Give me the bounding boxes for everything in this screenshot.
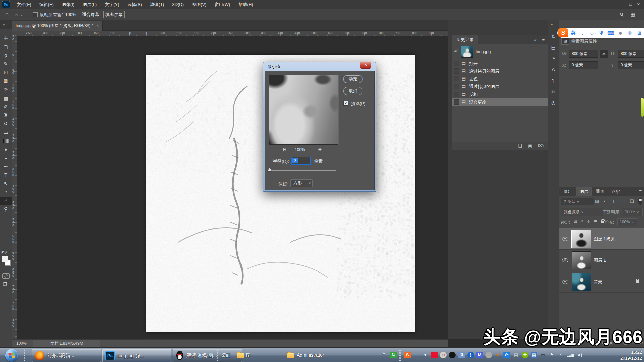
history-state-checkbox[interactable] bbox=[454, 76, 459, 81]
workspace-switcher-icon[interactable]: ▦ bbox=[631, 12, 635, 17]
horizontal-ruler[interactable]: 3503002502001501005005010015020025030035… bbox=[12, 31, 448, 37]
home-icon[interactable]: ⌂ bbox=[5, 11, 9, 17]
history-tab[interactable]: 历史记录 bbox=[452, 35, 478, 44]
eraser-tool[interactable]: ▭ bbox=[0, 128, 12, 136]
sogou-keyboard-icon[interactable]: ⌨ bbox=[606, 30, 615, 36]
history-state-去色[interactable]: ▤去色 bbox=[452, 75, 548, 82]
filter-shape-layers-icon[interactable]: ▢ bbox=[621, 199, 625, 204]
eyedropper-tool[interactable]: ✑ bbox=[0, 85, 12, 94]
history-state-checkbox[interactable] bbox=[454, 84, 459, 89]
taskbar-button-firefox[interactable]: 刘亦菲高清... bbox=[32, 349, 101, 362]
height-field[interactable]: 800 像素 bbox=[618, 50, 644, 58]
zoom-100-button[interactable]: 100% bbox=[63, 11, 78, 18]
move-tool[interactable]: ✛ bbox=[0, 34, 12, 42]
restore-windows-icon[interactable]: ❐ bbox=[413, 351, 420, 359]
admin-folder-icon[interactable] bbox=[287, 353, 294, 358]
menu-item-视图(V)[interactable]: 视图(V) bbox=[188, 0, 210, 9]
marquee-tool[interactable]: ▢ bbox=[0, 43, 12, 51]
thunder-icon[interactable]: ⟳ bbox=[503, 351, 511, 359]
history-state-checkbox[interactable] bbox=[454, 61, 459, 66]
filter-preview-image[interactable] bbox=[269, 75, 338, 145]
close-button[interactable]: ✕ bbox=[637, 2, 640, 7]
clone-stamp-tool[interactable]: ♜ bbox=[0, 111, 12, 119]
start-button[interactable] bbox=[5, 349, 18, 362]
desktop-toolbar-label[interactable]: 桌面 bbox=[221, 352, 231, 358]
quick-mask-button[interactable] bbox=[2, 273, 10, 279]
gradient-tool[interactable] bbox=[0, 137, 12, 145]
intel-icon[interactable]: ▦ bbox=[530, 351, 538, 359]
history-state-通过拷贝的图层[interactable]: ▤通过拷贝的图层 bbox=[452, 67, 548, 75]
tab-路径[interactable]: 路径 bbox=[608, 187, 624, 196]
preserve-select[interactable]: 方形∨ bbox=[290, 179, 313, 187]
menu-item-编辑(E)[interactable]: 编辑(E) bbox=[35, 0, 58, 9]
new-document-from-state-icon[interactable]: ❏ bbox=[518, 143, 522, 148]
cancel-button[interactable]: 取消 bbox=[343, 87, 362, 95]
current-tool-icon[interactable]: ☝⌄ bbox=[15, 11, 27, 18]
bluetooth-icon[interactable]: ᛒ bbox=[467, 351, 474, 359]
menu-item-文件(F)[interactable]: 文件(F) bbox=[13, 0, 35, 9]
y-field[interactable]: 0 像素 bbox=[618, 61, 644, 69]
clip-panel-icon[interactable]: ✄ bbox=[548, 89, 559, 94]
printer-icon[interactable]: ▤ bbox=[512, 351, 520, 359]
menu-item-滤镜(T)[interactable]: 滤镜(T) bbox=[146, 0, 168, 9]
expand-panels-icon[interactable]: « bbox=[551, 22, 553, 27]
filter-pixel-layers-icon[interactable]: ▨ bbox=[595, 199, 599, 204]
menu-item-选择(S)[interactable]: 选择(S) bbox=[123, 0, 146, 9]
lock-artboard-icon[interactable]: ⬒ bbox=[594, 219, 597, 224]
filter-adjustment-layers-icon[interactable]: ◐ bbox=[604, 199, 606, 204]
history-brush-source-icon[interactable]: ✐ bbox=[454, 49, 458, 54]
history-snapshot-row[interactable]: ✐ timg.jpg bbox=[452, 45, 548, 59]
preview-zoom-out-icon[interactable]: ⊖ bbox=[282, 147, 286, 152]
layer-thumbnail[interactable] bbox=[572, 273, 591, 291]
history-state-反相[interactable]: ▤反相 bbox=[452, 90, 548, 98]
lock-all-icon[interactable] bbox=[601, 221, 604, 223]
libraries-folder-icon[interactable] bbox=[237, 353, 244, 358]
document-tab[interactable]: timg.jpg @ 100% (图层 1 拷贝, RGB/8#) * × bbox=[12, 21, 103, 31]
width-field[interactable]: 800 像素 bbox=[569, 50, 598, 58]
power-plug-icon[interactable]: ⚡ bbox=[557, 351, 565, 359]
layer-filter-type-select[interactable]: ⚲ 类型∨ bbox=[561, 198, 594, 205]
volume-icon[interactable]: ◄) bbox=[576, 351, 583, 359]
layer-row-图层 1拷贝[interactable]: 图层 1拷贝 bbox=[559, 228, 644, 250]
tab-overflow-icon[interactable]: » bbox=[3, 22, 5, 27]
pen-tool[interactable]: ✒ bbox=[0, 163, 12, 171]
gray-ball-icon[interactable] bbox=[485, 351, 492, 359]
red-cylinder-icon[interactable] bbox=[431, 351, 438, 359]
menu-item-3D(D)[interactable]: 3D(D) bbox=[168, 0, 188, 9]
scrollbar-thumb[interactable] bbox=[641, 98, 644, 117]
minimize-button[interactable]: ─ bbox=[622, 3, 624, 7]
history-brush-tool[interactable]: ↺ bbox=[0, 120, 12, 128]
history-state-通过拷贝的图层[interactable]: ▤通过拷贝的图层 bbox=[452, 82, 548, 90]
filter-smart-objects-icon[interactable]: ❏ bbox=[630, 199, 634, 204]
layer-row-图层 1[interactable]: 图层 1 bbox=[559, 249, 644, 271]
lasso-tool[interactable]: ϙ bbox=[0, 51, 12, 59]
menu-item-文字(Y)[interactable]: 文字(Y) bbox=[101, 0, 123, 9]
lock-pixels-icon[interactable]: ✐ bbox=[580, 219, 584, 224]
preview-checkbox[interactable]: ✓ bbox=[343, 101, 348, 106]
blend-mode-select[interactable]: 颜色减淡∨ bbox=[561, 208, 603, 216]
brushes-panel-icon[interactable]: ✑ bbox=[548, 56, 559, 61]
screen-mode-button[interactable]: ❐ bbox=[3, 282, 7, 287]
menu-item-图层(L)[interactable]: 图层(L) bbox=[78, 0, 101, 9]
libraries-label[interactable]: 库 bbox=[246, 352, 250, 358]
link-dimensions-icon[interactable]: ∞ bbox=[600, 50, 608, 58]
sogou-toolbox-icon[interactable]: ⊞ bbox=[635, 30, 644, 36]
delete-state-icon[interactable]: ⌦ bbox=[538, 143, 544, 148]
sogou-skin-icon[interactable]: ✜ bbox=[625, 30, 635, 36]
maximize-button[interactable]: ❐ bbox=[629, 2, 632, 7]
taskbar-button-qq[interactable]: 雁潭·湘枫·幽... bbox=[173, 349, 242, 362]
menu-item-窗口(W)[interactable]: 窗口(W) bbox=[210, 0, 234, 9]
taskbar-clock[interactable]: 16:22 2019/12/12 bbox=[620, 349, 642, 361]
foreground-color-swatch[interactable] bbox=[2, 256, 8, 262]
layer-filter-toggle[interactable] bbox=[638, 198, 642, 205]
sogou-lang[interactable]: 英 bbox=[568, 30, 578, 36]
lock-position-icon[interactable]: ✛ bbox=[587, 219, 590, 224]
network-signal-icon[interactable]: ▂▄▆ bbox=[567, 351, 574, 359]
tray-arrow-icon[interactable]: ▾ bbox=[422, 351, 429, 359]
monitor-icon[interactable]: ▭ bbox=[539, 351, 547, 359]
panel-menu-icon[interactable]: ≡ bbox=[542, 37, 545, 42]
fill-screen-button[interactable]: 填充屏幕 bbox=[103, 11, 125, 18]
green-plus-icon[interactable]: ✚ bbox=[521, 351, 529, 359]
sogou-logo-icon[interactable]: S bbox=[558, 28, 568, 37]
paragraph-panel-icon[interactable]: ¶ bbox=[548, 78, 559, 83]
